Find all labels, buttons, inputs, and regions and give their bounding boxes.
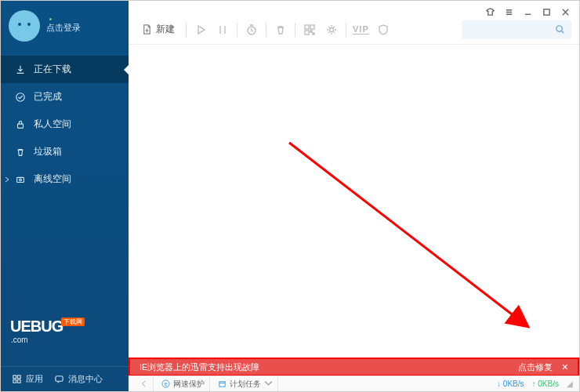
svg-rect-11 bbox=[305, 25, 309, 29]
svg-point-0 bbox=[16, 93, 25, 101]
svg-point-3 bbox=[20, 179, 22, 181]
svg-point-14 bbox=[330, 27, 334, 31]
nav-item-trash[interactable]: 垃圾箱 bbox=[1, 138, 129, 165]
plan-task-item[interactable]: 计划任务 bbox=[213, 376, 278, 391]
trash-icon bbox=[15, 147, 26, 158]
svg-rect-5 bbox=[17, 376, 20, 379]
net-protect-item[interactable]: e 网速保护 bbox=[157, 376, 210, 391]
apps-link[interactable]: 应用 bbox=[12, 373, 43, 385]
messages-link[interactable]: 消息中心 bbox=[54, 373, 103, 385]
main-area: 新建 VIP IE浏览器上的迅雷支持出现 bbox=[129, 1, 579, 391]
new-task-button[interactable]: 新建 bbox=[136, 20, 179, 39]
svg-line-16 bbox=[289, 143, 528, 327]
message-icon bbox=[54, 374, 64, 384]
repair-button[interactable]: 点击修复 bbox=[518, 361, 553, 373]
svg-rect-8 bbox=[56, 376, 63, 382]
download-icon bbox=[15, 64, 26, 75]
separator bbox=[237, 23, 237, 37]
logo-suffix: .com bbox=[11, 336, 119, 344]
shield-e-icon: e bbox=[161, 379, 170, 388]
lock-icon bbox=[15, 119, 26, 130]
logo-tag: 下载网 bbox=[61, 318, 85, 326]
search-icon bbox=[555, 24, 565, 34]
chevron-left-button[interactable] bbox=[135, 376, 154, 391]
new-label: 新建 bbox=[156, 23, 175, 36]
nav-label: 垃圾箱 bbox=[34, 145, 62, 158]
plan-task-label: 计划任务 bbox=[230, 379, 261, 390]
nav-label: 已完成 bbox=[34, 90, 62, 103]
chevron-right-icon bbox=[4, 174, 10, 185]
status-dot-icon bbox=[49, 18, 52, 20]
annotation-arrow bbox=[285, 139, 552, 343]
search-input[interactable] bbox=[462, 20, 571, 39]
separator bbox=[186, 23, 187, 37]
toolbar: 新建 VIP bbox=[129, 15, 579, 45]
error-bar: IE浏览器上的迅雷支持出现故障 点击修复 × bbox=[129, 358, 579, 376]
messages-label: 消息中心 bbox=[68, 373, 103, 385]
titlebar bbox=[129, 1, 579, 15]
sidebar: 点击登录 正在下载 已完成 私人空间 垃圾箱 离线空 bbox=[1, 1, 129, 391]
svg-rect-19 bbox=[219, 382, 225, 387]
nav-label: 离线空间 bbox=[34, 172, 71, 186]
svg-rect-7 bbox=[17, 379, 20, 383]
resize-grip-icon[interactable]: ◢ bbox=[567, 379, 573, 388]
nav-item-completed[interactable]: 已完成 bbox=[1, 83, 129, 111]
net-protect-label: 网速保护 bbox=[173, 379, 205, 390]
status-bar: e 网速保护 计划任务 ↓ 0KB/s ↑ 0KB/s ◢ bbox=[129, 376, 579, 391]
apps-icon bbox=[12, 374, 22, 384]
nav-item-private[interactable]: 私人空间 bbox=[1, 111, 129, 138]
error-close-button[interactable]: × bbox=[562, 361, 568, 373]
nav-item-downloading[interactable]: 正在下载 bbox=[1, 56, 129, 83]
separator bbox=[346, 23, 346, 37]
upload-speed: ↑ 0KB/s bbox=[532, 379, 559, 388]
content-area bbox=[129, 45, 579, 391]
separator bbox=[266, 23, 266, 37]
svg-rect-2 bbox=[17, 177, 24, 182]
svg-rect-4 bbox=[13, 376, 16, 379]
svg-rect-6 bbox=[13, 379, 16, 383]
download-speed: ↓ 0KB/s bbox=[497, 379, 524, 388]
svg-rect-9 bbox=[543, 9, 549, 14]
nav-list: 正在下载 已完成 私人空间 垃圾箱 离线空间 bbox=[1, 56, 129, 193]
nav-label: 正在下载 bbox=[34, 63, 71, 76]
qr-button[interactable] bbox=[302, 22, 317, 38]
nav-item-offline[interactable]: 离线空间 bbox=[1, 165, 129, 193]
avatar[interactable] bbox=[9, 10, 40, 42]
sidebar-bottom: 应用 消息中心 bbox=[1, 366, 129, 391]
apps-label: 应用 bbox=[26, 373, 43, 385]
cloud-icon bbox=[15, 174, 26, 185]
profile-area[interactable]: 点击登录 bbox=[1, 1, 129, 56]
new-file-icon bbox=[141, 24, 153, 35]
delete-button[interactable] bbox=[273, 22, 288, 38]
svg-text:e: e bbox=[165, 381, 168, 387]
logo-text: UEBUG bbox=[10, 318, 63, 335]
shield-button[interactable] bbox=[375, 22, 391, 38]
calendar-icon bbox=[218, 379, 227, 388]
svg-rect-1 bbox=[18, 124, 24, 128]
separator bbox=[295, 23, 295, 37]
play-button[interactable] bbox=[193, 22, 208, 38]
settings-button[interactable] bbox=[324, 22, 339, 38]
vip-button[interactable]: VIP bbox=[353, 24, 369, 34]
login-button[interactable]: 点击登录 bbox=[46, 22, 81, 34]
pause-button[interactable] bbox=[215, 22, 230, 38]
chevron-down-icon bbox=[264, 379, 273, 388]
timer-button[interactable] bbox=[244, 22, 259, 38]
svg-point-15 bbox=[556, 26, 562, 31]
svg-rect-13 bbox=[305, 31, 309, 34]
speed-display: ↓ 0KB/s ↑ 0KB/s bbox=[497, 379, 559, 388]
check-circle-icon bbox=[15, 92, 26, 103]
nav-label: 私人空间 bbox=[34, 118, 71, 131]
svg-rect-12 bbox=[310, 25, 314, 29]
error-message: IE浏览器上的迅雷支持出现故障 bbox=[140, 361, 259, 373]
